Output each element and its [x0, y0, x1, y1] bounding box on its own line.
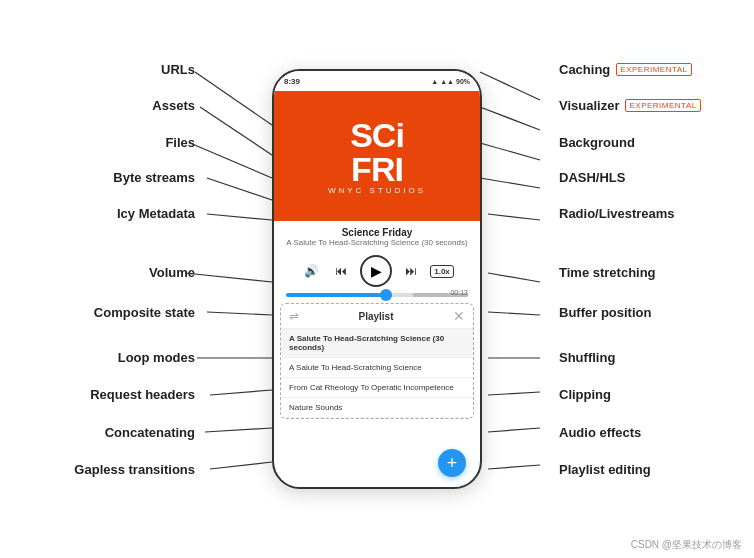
label-background: Background: [559, 135, 635, 150]
label-dash-hls: DASH/HLS: [559, 170, 625, 185]
label-loop-modes: Loop modes: [118, 350, 195, 365]
watermark: CSDN @坚果技术の博客: [631, 538, 742, 552]
phone-frame: 8:39 ▲ ▲▲ 90% SCiFRI WNYC STUDIOS Scienc…: [272, 69, 482, 489]
playlist-editing-text: Playlist editing: [559, 462, 651, 477]
status-icons: ▲ ▲▲ 90%: [431, 78, 470, 85]
caching-text: Caching: [559, 62, 610, 77]
label-playlist-editing: Playlist editing: [559, 462, 651, 477]
label-request-headers: Request headers: [90, 387, 195, 402]
speed-badge[interactable]: 1.0x: [430, 265, 454, 278]
progress-area: 00:13: [274, 291, 480, 299]
battery-icon: 90%: [456, 78, 470, 85]
audio-effects-text: Audio effects: [559, 425, 641, 440]
track-info: Science Friday A Salute To Head-Scratchi…: [274, 221, 480, 251]
skip-back-button[interactable]: ⏮: [330, 260, 352, 282]
shuffling-text: Shuffling: [559, 350, 615, 365]
label-gapless-transitions: Gapless transitions: [74, 462, 195, 477]
label-files: Files: [165, 135, 195, 150]
playlist-close-button[interactable]: ✕: [453, 308, 465, 324]
wifi-icon: ▲: [431, 78, 438, 85]
album-art: SCiFRI WNYC STUDIOS: [274, 91, 480, 221]
label-shuffling: Shuffling: [559, 350, 615, 365]
label-caching: CachingEXPERIMENTAL: [559, 62, 692, 77]
time-display: 00:13: [450, 289, 468, 296]
add-fab-button[interactable]: +: [438, 449, 466, 477]
label-assets: Assets: [152, 98, 195, 113]
dash-hls-text: DASH/HLS: [559, 170, 625, 185]
label-concatenating: Concatenating: [105, 425, 195, 440]
clipping-text: Clipping: [559, 387, 611, 402]
visualizer-badge: EXPERIMENTAL: [625, 99, 700, 112]
progress-thumb: [380, 289, 392, 301]
radio-livestreams-text: Radio/Livestreams: [559, 206, 675, 221]
playback-controls: 🔊 ⏮ ▶ ⏭ 1.0x: [274, 251, 480, 291]
label-composite-state: Composite state: [94, 305, 195, 320]
labels-right: CachingEXPERIMENTALVisualizerEXPERIMENTA…: [529, 0, 754, 558]
play-button[interactable]: ▶: [360, 255, 392, 287]
label-buffer-position: Buffer position: [559, 305, 651, 320]
label-urls: URLs: [161, 62, 195, 77]
label-visualizer: VisualizerEXPERIMENTAL: [559, 98, 701, 113]
volume-button[interactable]: 🔊: [300, 260, 322, 282]
time-stretching-text: Time stretching: [559, 265, 656, 280]
progress-track[interactable]: [286, 293, 468, 297]
signal-icon: ▲▲: [440, 78, 454, 85]
playlist-header: ⇌ Playlist ✕: [281, 304, 473, 329]
label-volume: Volume: [149, 265, 195, 280]
skip-forward-button[interactable]: ⏭: [400, 260, 422, 282]
album-studio: WNYC STUDIOS: [328, 186, 426, 195]
buffer-position-text: Buffer position: [559, 305, 651, 320]
status-bar: 8:39 ▲ ▲▲ 90%: [274, 71, 480, 91]
label-audio-effects: Audio effects: [559, 425, 641, 440]
progress-fill: [286, 293, 386, 297]
label-time-stretching: Time stretching: [559, 265, 656, 280]
background-text: Background: [559, 135, 635, 150]
playlist-item[interactable]: Nature Sounds: [281, 398, 473, 418]
track-subtitle: A Salute To Head-Scratching Science (30 …: [282, 238, 472, 247]
playlist-container: ⇌ Playlist ✕ A Salute To Head-Scratching…: [280, 303, 474, 419]
phone-mockup: 8:39 ▲ ▲▲ 90% SCiFRI WNYC STUDIOS Scienc…: [272, 69, 482, 489]
track-title: Science Friday: [282, 227, 472, 238]
label-clipping: Clipping: [559, 387, 611, 402]
playlist-item[interactable]: A Salute To Head-Scratching Science: [281, 358, 473, 378]
visualizer-text: Visualizer: [559, 98, 619, 113]
playlist-title: Playlist: [358, 311, 393, 322]
caching-badge: EXPERIMENTAL: [616, 63, 691, 76]
playlist-item[interactable]: From Cat Rheology To Operatic Incompeten…: [281, 378, 473, 398]
label-byte-streams: Byte streams: [113, 170, 195, 185]
playlist-shuffle-icon: ⇌: [289, 309, 299, 323]
album-title-line1: SCiFRI: [350, 118, 404, 186]
status-time: 8:39: [284, 77, 300, 86]
label-icy-metadata: Icy Metadata: [117, 206, 195, 221]
label-radio-livestreams: Radio/Livestreams: [559, 206, 675, 221]
playlist-item[interactable]: A Salute To Head-Scratching Science (30 …: [281, 329, 473, 358]
labels-left: URLsAssetsFilesByte streamsIcy MetadataV…: [0, 0, 225, 558]
